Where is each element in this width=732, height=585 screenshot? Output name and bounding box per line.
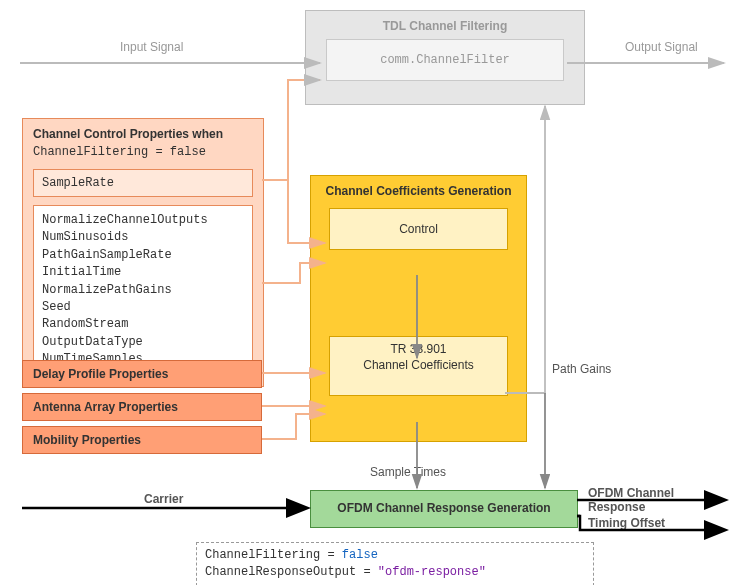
ofdm-response-label: OFDM Channel Response xyxy=(588,486,732,514)
channel-coeff-generation-module: Channel Coefficients Generation Control … xyxy=(310,175,527,442)
cc-sample-rate: SampleRate xyxy=(33,169,253,197)
tdl-inner: comm.ChannelFilter xyxy=(326,39,564,81)
control-block: Control xyxy=(329,208,508,250)
tdl-channel-filtering-module: TDL Channel Filtering comm.ChannelFilter xyxy=(305,10,585,105)
code-key1: ChannelFiltering xyxy=(205,548,320,562)
cc-prop-item: NormalizeChannelOutputs xyxy=(42,212,244,229)
channel-control-panel: Channel Control Properties when ChannelF… xyxy=(22,118,264,387)
cc-props-list: NormalizeChannelOutputsNumSinusoidsPathG… xyxy=(33,205,253,376)
input-signal-label: Input Signal xyxy=(120,40,183,54)
coeff-line2: Channel Coefficients xyxy=(330,357,507,373)
code-val1: false xyxy=(342,548,378,562)
ofdm-channel-response-module: OFDM Channel Response Generation xyxy=(310,490,578,528)
cc-prop-item: NumSinusoids xyxy=(42,229,244,246)
cc-prop-item: Seed xyxy=(42,299,244,316)
carrier-label: Carrier xyxy=(144,492,183,506)
tr38901-coeff-block: TR 38.901 Channel Coefficients xyxy=(329,336,508,396)
code-val2: "ofdm-response" xyxy=(378,565,486,579)
cc-prop-item: OutputDataType xyxy=(42,334,244,351)
mobility-properties: Mobility Properties xyxy=(22,426,262,454)
settings-code: ChannelFiltering = false ChannelResponse… xyxy=(196,542,594,585)
cc-subtitle: ChannelFiltering = false xyxy=(23,145,263,165)
cc-prop-item: PathGainSampleRate xyxy=(42,247,244,264)
cc-prop-item: NormalizePathGains xyxy=(42,282,244,299)
output-signal-label: Output Signal xyxy=(625,40,698,54)
timing-offset-label: Timing Offset xyxy=(588,516,665,530)
antenna-array-properties: Antenna Array Properties xyxy=(22,393,262,421)
coeff-line1: TR 38.901 xyxy=(330,341,507,357)
delay-profile-properties: Delay Profile Properties xyxy=(22,360,262,388)
path-gains-label: Path Gains xyxy=(552,362,611,376)
sample-times-label: Sample Times xyxy=(370,465,446,479)
cc-prop-item: InitialTime xyxy=(42,264,244,281)
tdl-title: TDL Channel Filtering xyxy=(306,11,584,39)
code-key2: ChannelResponseOutput xyxy=(205,565,356,579)
cc-title: Channel Control Properties when xyxy=(23,119,263,145)
gold-title: Channel Coefficients Generation xyxy=(311,176,526,208)
cc-prop-item: RandomStream xyxy=(42,316,244,333)
